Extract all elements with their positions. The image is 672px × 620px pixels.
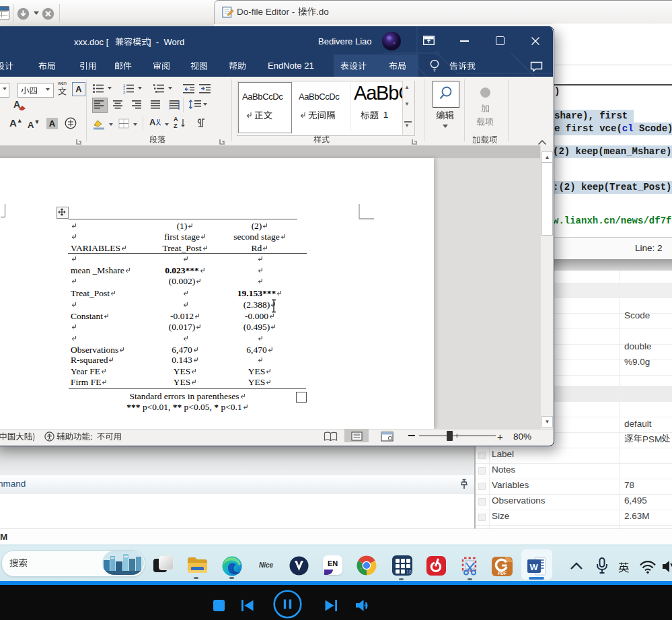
svg-text:18: 18 xyxy=(406,570,412,574)
svg-text:PDF: PDF xyxy=(498,571,507,576)
svg-text:W: W xyxy=(529,562,538,572)
svg-text:3: 3 xyxy=(123,90,125,94)
